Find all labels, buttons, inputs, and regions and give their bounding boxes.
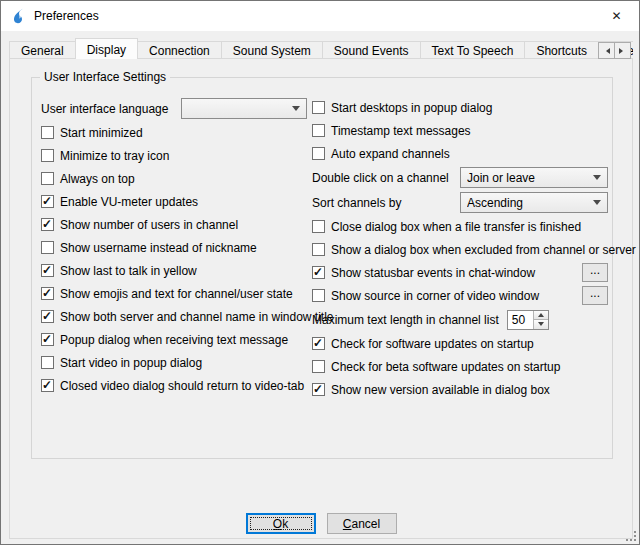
checkbox-label: Check for software updates on startup — [331, 337, 534, 351]
right-column: Start desktops in popup dialog Timestamp… — [312, 96, 608, 401]
checkbox-emojis-text-state[interactable]: Show emojis and text for channel/user st… — [41, 282, 307, 305]
checkbox-start-minimized[interactable]: Start minimized — [41, 121, 307, 144]
language-select[interactable] — [181, 98, 307, 119]
checkbox-icon — [312, 337, 325, 350]
checkbox-always-on-top[interactable]: Always on top — [41, 167, 307, 190]
titlebar[interactable]: Preferences ✕ — [1, 1, 639, 31]
checkbox-label: Close dialog box when a file transfer is… — [331, 220, 581, 234]
window-title: Preferences — [34, 9, 99, 23]
max-text-length-row: Maximum text length in channel list 50 — [312, 307, 608, 332]
checkbox-label: Start minimized — [60, 126, 143, 140]
sort-channels-select-value: Ascending — [467, 196, 589, 210]
statusbar-events-row: Show statusbar events in chat-window ... — [312, 261, 608, 284]
checkbox-server-channel-title[interactable]: Show both server and channel name in win… — [41, 305, 307, 328]
checkbox-icon — [41, 310, 54, 323]
ok-button[interactable]: Ok — [246, 513, 316, 534]
checkbox-enable-vu-meter[interactable]: Enable VU-meter updates — [41, 190, 307, 213]
close-button[interactable]: ✕ — [594, 1, 639, 30]
checkbox-label: Check for beta software updates on start… — [331, 360, 560, 374]
checkbox-icon — [312, 383, 325, 396]
arrow-up-icon — [538, 313, 544, 317]
spinner-down-button[interactable] — [533, 320, 548, 329]
language-label: User interface language — [41, 102, 168, 116]
checkbox-label: Show a dialog box when excluded from cha… — [331, 243, 636, 257]
cancel-button[interactable]: Cancel — [327, 513, 397, 534]
checkbox-last-talk-yellow[interactable]: Show last to talk in yellow — [41, 259, 307, 282]
double-click-select[interactable]: Join or leave — [460, 167, 608, 188]
double-click-row: Double click on a channel Join or leave — [312, 165, 608, 190]
checkbox-start-video-popup[interactable]: Start video in popup dialog — [41, 351, 307, 374]
checkbox-statusbar-events[interactable]: Show statusbar events in chat-window — [312, 266, 535, 280]
checkbox-check-updates[interactable]: Check for software updates on startup — [312, 332, 608, 355]
checkbox-label: Show username instead of nickname — [60, 241, 257, 255]
tab-sound-system[interactable]: Sound System — [221, 41, 323, 59]
checkbox-icon — [41, 149, 54, 162]
checkbox-label: Auto expand channels — [331, 147, 450, 161]
checkbox-new-version-dialog[interactable]: Show new version available in dialog box — [312, 378, 608, 401]
chevron-down-icon — [593, 200, 601, 205]
tab-general[interactable]: General — [9, 41, 76, 59]
checkbox-label: Minimize to tray icon — [60, 149, 169, 163]
checkbox-closed-video-return[interactable]: Closed video dialog should return to vid… — [41, 374, 307, 397]
app-icon — [10, 8, 26, 24]
checkbox-icon — [41, 379, 54, 392]
checkbox-show-excluded-dialog[interactable]: Show a dialog box when excluded from cha… — [312, 238, 608, 261]
checkbox-timestamp-messages[interactable]: Timestamp text messages — [312, 119, 608, 142]
checkbox-icon — [41, 241, 54, 254]
checkbox-icon — [41, 218, 54, 231]
checkbox-icon — [312, 243, 325, 256]
checkbox-label: Closed video dialog should return to vid… — [60, 379, 304, 393]
tab-display[interactable]: Display — [75, 38, 138, 59]
tab-scroller — [598, 42, 631, 59]
checkbox-icon — [312, 360, 325, 373]
tab-sound-events[interactable]: Sound Events — [322, 41, 421, 59]
checkbox-icon — [312, 124, 325, 137]
checkbox-label: Show statusbar events in chat-window — [331, 266, 535, 280]
checkbox-icon — [312, 101, 325, 114]
checkbox-label: Timestamp text messages — [331, 124, 471, 138]
tab-shortcuts[interactable]: Shortcuts — [524, 41, 599, 59]
checkbox-start-desktops-popup[interactable]: Start desktops in popup dialog — [312, 96, 608, 119]
tab-scroll-right-button[interactable] — [614, 42, 631, 59]
checkbox-popup-text-message[interactable]: Popup dialog when receiving text message — [41, 328, 307, 351]
tab-connection[interactable]: Connection — [137, 41, 222, 59]
checkbox-icon — [41, 126, 54, 139]
display-tab-page: User Interface Settings User interface l… — [9, 58, 633, 539]
spinner-up-button[interactable] — [533, 311, 548, 321]
sort-channels-select[interactable]: Ascending — [460, 192, 608, 213]
checkbox-close-filetransfer-dialog[interactable]: Close dialog box when a file transfer is… — [312, 215, 608, 238]
video-source-row: Show source in corner of video window ..… — [312, 284, 608, 307]
preferences-dialog: Preferences ✕ General Display Connection… — [0, 0, 640, 545]
statusbar-events-config-button[interactable]: ... — [582, 263, 608, 282]
chevron-down-icon — [593, 175, 601, 180]
checkbox-label: Show source in corner of video window — [331, 289, 539, 303]
checkbox-label: Show number of users in channel — [60, 218, 238, 232]
spinner-buttons — [533, 311, 548, 329]
tab-scroll-left-button[interactable] — [598, 42, 615, 59]
checkbox-auto-expand-channels[interactable]: Auto expand channels — [312, 142, 608, 165]
tab-text-to-speech[interactable]: Text To Speech — [420, 41, 526, 59]
checkbox-label: Start desktops in popup dialog — [331, 101, 492, 115]
dialog-footer: Ok Cancel — [10, 513, 632, 534]
language-row: User interface language — [41, 96, 307, 121]
checkbox-check-beta-updates[interactable]: Check for beta software updates on start… — [312, 355, 608, 378]
checkbox-show-user-count[interactable]: Show number of users in channel — [41, 213, 307, 236]
checkbox-icon — [312, 220, 325, 233]
video-source-config-button[interactable]: ... — [582, 286, 608, 305]
checkbox-minimize-to-tray[interactable]: Minimize to tray icon — [41, 144, 307, 167]
checkbox-label: Popup dialog when receiving text message — [60, 333, 288, 347]
checkbox-icon — [41, 172, 54, 185]
checkbox-label: Show both server and channel name in win… — [60, 310, 334, 324]
max-text-length-label: Maximum text length in channel list — [312, 313, 499, 327]
arrow-left-icon — [603, 48, 610, 54]
max-text-length-value: 50 — [508, 311, 533, 329]
arrow-down-icon — [538, 322, 544, 326]
max-text-length-spinner[interactable]: 50 — [507, 310, 549, 330]
double-click-select-value: Join or leave — [467, 171, 589, 185]
sort-channels-row: Sort channels by Ascending — [312, 190, 608, 215]
checkbox-show-username[interactable]: Show username instead of nickname — [41, 236, 307, 259]
checkbox-video-source-corner[interactable]: Show source in corner of video window — [312, 289, 539, 303]
checkbox-label: Always on top — [60, 172, 135, 186]
group-title: User Interface Settings — [40, 70, 170, 84]
sort-channels-label: Sort channels by — [312, 196, 401, 210]
